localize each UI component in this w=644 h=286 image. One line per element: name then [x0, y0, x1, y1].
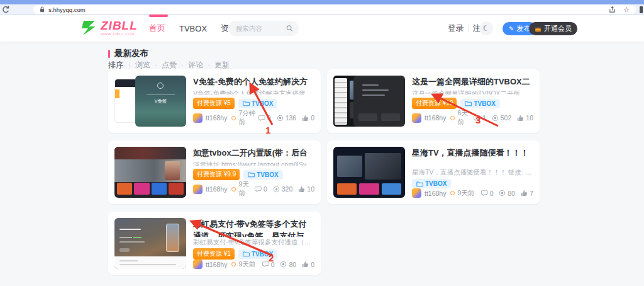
- comments-icon: [481, 190, 488, 197]
- browser-extension-mark: [640, 6, 643, 13]
- vip-button[interactable]: 开通会员: [529, 22, 577, 35]
- zibll-logo-icon: [80, 20, 97, 37]
- browser-chrome: s.hhyyqq.com ☆: [0, 0, 644, 15]
- page: s.hhyyqq.com ☆ ZIBLL WWW.ZIBLL.COM 首页 TV…: [0, 0, 644, 286]
- author-name[interactable]: tt168hy: [425, 190, 446, 197]
- post-time: 9天前: [457, 189, 474, 198]
- post-thumbnail[interactable]: [333, 147, 405, 198]
- likes-count: 0: [311, 261, 314, 268]
- views-icon: [273, 186, 280, 193]
- divider: [468, 25, 469, 32]
- nav-item-home[interactable]: 首页: [149, 23, 165, 34]
- views-count: 502: [501, 114, 512, 122]
- post-excerpt: 这是一篇全网最详细的TVBOX二开版本搭建配置...: [412, 89, 533, 94]
- post-title[interactable]: 星海TV，直播点播随便看！！！: [412, 147, 533, 167]
- comments-icon: [474, 115, 480, 122]
- author-avatar[interactable]: [193, 260, 203, 269]
- post-thumbnail[interactable]: [114, 218, 186, 269]
- category-tag[interactable]: TVBOX: [243, 170, 282, 180]
- likes-icon: [521, 190, 528, 197]
- author-name[interactable]: tt168hy: [206, 261, 227, 268]
- author-avatar[interactable]: [193, 185, 203, 194]
- likes-count: 10: [526, 114, 533, 122]
- author-name[interactable]: tt168hy: [206, 185, 227, 193]
- divider: [129, 62, 130, 69]
- comments-icon: [258, 115, 265, 122]
- paid-resource-badge: 付费资源 ¥9.9: [193, 169, 240, 180]
- post-title[interactable]: 这是一篇全网最详细的TVBOX二开版本搭建配置教程（详细的用图文形式介绍...: [412, 76, 533, 88]
- post-thumbnail[interactable]: [114, 147, 186, 198]
- post-card-1[interactable]: V免签 V免签-免费的个人免签约解决方案搭建教程，源码已修复微信、支付宝支付不回…: [108, 69, 321, 133]
- likes-icon: [302, 115, 309, 122]
- clock-icon: [450, 116, 455, 120]
- views-count: 136: [286, 114, 297, 122]
- nav-item-tvbox[interactable]: TVBOX: [179, 24, 207, 33]
- bookmark-star-icon[interactable]: ☆: [623, 6, 630, 13]
- post-card-3[interactable]: 如意tvbox二开内置版(带：后台源码、可反编译客户端) 演示地址 https:…: [108, 140, 321, 204]
- vip-label: 开通会员: [544, 24, 572, 33]
- views-icon: [492, 115, 499, 122]
- author-avatar[interactable]: [412, 188, 421, 198]
- post-excerpt: 演示地址 https://wwrz.lanzout.com/iISvh0z4uw…: [193, 161, 314, 166]
- post-time: 7分钟前: [238, 109, 258, 127]
- reload-icon[interactable]: [1, 5, 9, 14]
- views-icon: [277, 115, 284, 122]
- views-icon: [280, 261, 287, 268]
- clock-icon: [231, 262, 236, 266]
- folder-icon: [243, 251, 250, 257]
- post-card-2[interactable]: 这是一篇全网最详细的TVBOX二开版本搭建配置教程（详细的用图文形式介绍... …: [327, 69, 540, 133]
- crown-icon: [535, 26, 541, 32]
- post-thumbnail[interactable]: V免签: [114, 76, 186, 127]
- post-card-5[interactable]: 彩虹易支付-带v免签等多个支付通道，可实现v免签、易支付与tvbox、苹果cms…: [108, 212, 321, 275]
- post-card-4[interactable]: 星海TV，直播点播随便看！！！ 星海TV，直播点播随便看！！！ 链接: http…: [327, 140, 540, 204]
- search-box[interactable]: [228, 21, 299, 36]
- post-thumbnail[interactable]: [333, 76, 405, 127]
- moon-icon: ☾: [483, 24, 490, 33]
- comments-count: 0: [271, 261, 275, 268]
- search-icon[interactable]: [286, 25, 293, 32]
- post-time: 9天前: [238, 260, 255, 269]
- views-icon: [499, 190, 506, 197]
- thumbnail-text: V免签: [135, 98, 186, 105]
- section-title: 最新发布: [114, 48, 148, 59]
- comments-count: 1: [482, 114, 486, 122]
- dark-mode-toggle[interactable]: ☾: [479, 21, 493, 35]
- category-tag[interactable]: TVBOX: [412, 179, 451, 188]
- likes-icon: [298, 186, 305, 193]
- logo-subtitle: WWW.ZIBLL.COM: [101, 33, 138, 37]
- category-tag[interactable]: TVBOX: [238, 99, 277, 108]
- clock-icon: [231, 116, 236, 120]
- folder-icon: [243, 100, 250, 106]
- author-avatar[interactable]: [412, 113, 421, 123]
- views-count: 80: [289, 261, 296, 268]
- post-title[interactable]: 如意tvbox二开内置版(带：后台源码、可反编译客户端): [193, 147, 314, 159]
- share-icon[interactable]: [609, 6, 616, 13]
- author-name[interactable]: tt168hy: [425, 114, 446, 122]
- pencil-icon: ✎: [509, 25, 514, 32]
- browser-toolbar: s.hhyyqq.com ☆: [0, 4, 644, 15]
- category-tag[interactable]: TVBOX: [238, 249, 277, 259]
- search-input[interactable]: [236, 25, 286, 32]
- clock-icon: [450, 191, 455, 195]
- likes-count: 7: [530, 190, 533, 197]
- lock-icon: [40, 6, 45, 13]
- folder-icon: [416, 181, 423, 187]
- post-excerpt: 星海TV，直播点播随便看！！！ 链接: https://pan...: [412, 168, 533, 176]
- post-title[interactable]: 彩虹易支付-带v免签等多个支付通道，可实现v免签、易支付与tvbox、苹果cms…: [193, 218, 314, 237]
- site-logo[interactable]: ZIBLL WWW.ZIBLL.COM: [80, 20, 138, 37]
- login-link[interactable]: 登录: [448, 23, 464, 34]
- likes-icon: [302, 261, 309, 268]
- views-count: 320: [282, 185, 293, 193]
- post-title[interactable]: V免签-免费的个人免签约解决方案搭建教程，源码已修复微信、支付宝支付不回...: [193, 76, 314, 88]
- folder-icon: [465, 100, 472, 106]
- author-avatar[interactable]: [193, 113, 203, 123]
- category-tag[interactable]: TVBOX: [460, 99, 499, 108]
- folder-icon: [248, 171, 255, 178]
- paid-resource-badge: 付费资源 ¥19: [412, 98, 457, 109]
- address-bar[interactable]: s.hhyyqq.com ☆: [33, 5, 636, 14]
- post-excerpt: 彩虹易支付-带v免签等很多支付通道（本站提供的...: [193, 238, 314, 245]
- section-header: 最新发布: [108, 48, 148, 59]
- comments-count: 0: [264, 185, 267, 193]
- comments-count: 0: [267, 114, 271, 122]
- author-name[interactable]: tt168hy: [206, 114, 227, 122]
